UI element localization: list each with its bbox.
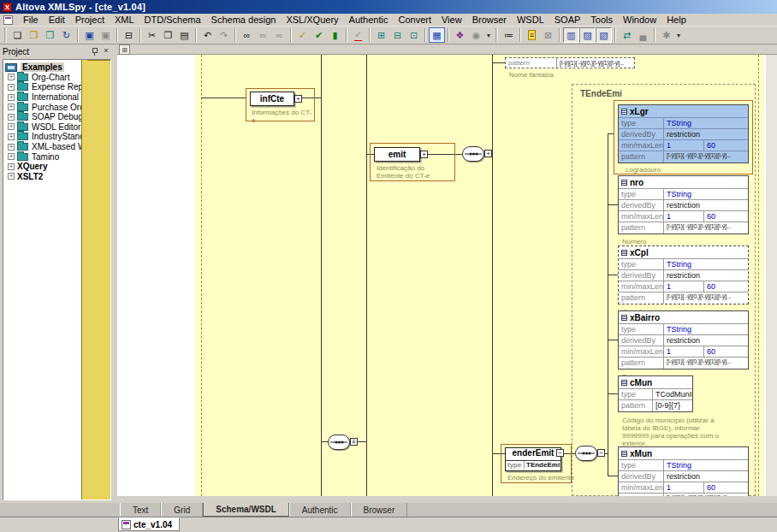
open-url-icon[interactable]: ❒ <box>42 27 58 43</box>
save-all-icon[interactable]: ▣ <box>98 27 114 43</box>
tab-browser[interactable]: Browser <box>351 503 408 517</box>
expand-icon[interactable]: + <box>8 133 15 140</box>
tree-item-xslt2[interactable]: +XSLT2 <box>5 172 110 182</box>
detail-box-header[interactable]: xBairro <box>619 311 748 324</box>
toolbar-overflow-chevron-2[interactable]: ▾ <box>674 32 683 39</box>
cut-icon[interactable]: ✂ <box>144 27 160 43</box>
element-infcte[interactable]: infCte <box>250 92 294 106</box>
type-row[interactable]: typeTString <box>619 259 748 270</box>
batch-validate-icon[interactable]: ▮ <box>327 27 343 43</box>
detail-box-header[interactable]: xLgr <box>619 105 748 118</box>
expand-icon[interactable]: + <box>8 94 15 101</box>
tab-text[interactable]: Text <box>120 503 161 517</box>
type-row[interactable]: typeTCodMunIBGE <box>619 389 692 400</box>
document-system-icon[interactable] <box>3 15 13 25</box>
menu-authentic[interactable]: Authentic <box>344 14 394 26</box>
sync-icon[interactable]: ⇄ <box>619 27 635 43</box>
expand-handle-icon[interactable]: + <box>484 150 492 157</box>
detail-box-header[interactable]: cMun <box>619 376 692 389</box>
type-row[interactable]: typeTString <box>619 460 748 471</box>
expand-icon[interactable]: + <box>8 74 15 80</box>
browser-sync-icon[interactable]: ◉ <box>468 27 484 43</box>
minmaxlen-row[interactable]: min/maxLen160 <box>619 346 748 358</box>
derivedby-row[interactable]: derivedByrestriction <box>619 335 748 346</box>
undo-icon[interactable]: ↶ <box>199 27 216 43</box>
expand-handle-icon[interactable]: + <box>420 151 428 158</box>
menu-schema-design[interactable]: Schema design <box>206 14 282 26</box>
pattern-row-value[interactable]: [!-ÿ]{1}[ -ÿ]{0,}[!-ÿ]{1}|[!-ÿ]... <box>557 58 634 68</box>
database-lock-icon[interactable]: ⊠ <box>540 27 556 43</box>
close-icon[interactable]: × <box>101 46 111 56</box>
menu-help[interactable]: Help <box>661 14 691 26</box>
element-detail-box-xmun[interactable]: xMun typeTString derivedByrestriction mi… <box>618 446 749 496</box>
expand-handle-icon[interactable]: ≡ <box>350 438 358 446</box>
sequence-compositor[interactable] <box>462 146 484 162</box>
pattern-row[interactable]: pattern[!-ÿ]{1}[ -ÿ]{0,}[!-ÿ]{1}|[!-ÿ]..… <box>619 358 748 369</box>
expand-icon[interactable]: + <box>8 123 15 130</box>
detail-box-header[interactable]: nro <box>619 176 748 189</box>
database-icon[interactable]: ▄ <box>635 27 651 43</box>
database-import-icon[interactable]: ≡ <box>524 27 540 43</box>
element-detail-box-cmun[interactable]: cMun typeTCodMunIBGE pattern[0-9]{7} <box>618 375 693 412</box>
show-globals-button[interactable]: ⊞ <box>119 44 130 55</box>
type-row[interactable]: typeTString <box>619 324 748 335</box>
copy-icon[interactable]: ❐ <box>160 27 176 43</box>
redo-icon[interactable]: ↷ <box>216 27 232 43</box>
reload-icon[interactable]: ↻ <box>58 27 74 43</box>
minmaxlen-row[interactable]: min/maxLen160 <box>619 140 748 151</box>
menu-xsl-xquery[interactable]: XSL/XQuery <box>281 14 343 26</box>
detail-box-header[interactable]: xMun <box>619 447 748 460</box>
element-detail-box-xbairro[interactable]: xBairro typeTString derivedByrestriction… <box>618 310 749 369</box>
xfant-pattern-box[interactable]: pattern [!-ÿ]{1}[ -ÿ]{0,}[!-ÿ]{1}|[!-ÿ].… <box>505 57 635 68</box>
menu-file[interactable]: File <box>18 14 44 26</box>
toolbar-overflow-chevron[interactable]: ▾ <box>484 32 493 39</box>
sequence-compositor[interactable] <box>575 446 597 461</box>
toolbar-gripper[interactable] <box>4 28 7 42</box>
pattern-row[interactable]: pattern[!-ÿ]{1}[ -ÿ]{0,}[!-ÿ]{1}|[!-ÿ]..… <box>619 293 748 304</box>
assign-dtd-icon[interactable]: ≔ <box>501 27 517 43</box>
element-enderemit[interactable]: enderEmit type TEndeEmi <box>505 447 561 471</box>
authentic-icon[interactable]: ❖ <box>452 27 468 43</box>
pin-icon[interactable] <box>89 46 99 56</box>
expand-icon[interactable]: + <box>8 84 15 91</box>
sequence-compositor[interactable] <box>328 434 350 450</box>
schema-display-config-icon[interactable]: ▥ <box>563 27 579 43</box>
tab-grid[interactable]: Grid <box>161 503 203 517</box>
element-detail-box-nro[interactable]: nro typeTString derivedByrestriction min… <box>618 175 749 234</box>
insert-element-icon[interactable]: ⊞ <box>373 27 389 43</box>
type-row[interactable]: typeTString <box>619 189 748 200</box>
menu-tools[interactable]: Tools <box>585 14 618 26</box>
derivedby-row[interactable]: derivedByrestriction <box>619 129 748 140</box>
menu-convert[interactable]: Convert <box>393 14 436 26</box>
tab-schema-wsdl[interactable]: Schema/WSDL <box>203 503 289 517</box>
menu-xml[interactable]: XML <box>110 14 139 26</box>
expand-icon[interactable]: + <box>8 163 15 170</box>
collapse-handle-icon[interactable]: − <box>556 449 564 457</box>
minmaxlen-row[interactable]: min/maxLen160 <box>619 482 748 494</box>
element-emit[interactable]: emit <box>374 147 420 162</box>
add-child-element-icon[interactable]: ⊡ <box>406 27 422 43</box>
derivedby-row[interactable]: derivedByrestriction <box>619 471 748 482</box>
pattern-row[interactable]: pattern[0-9]{7} <box>619 400 692 411</box>
expand-icon[interactable]: + <box>8 173 15 180</box>
minmaxlen-row[interactable]: min/maxLen160 <box>619 211 748 222</box>
expand-handle-icon[interactable]: + <box>294 95 302 103</box>
append-element-icon[interactable]: ⊟ <box>389 27 406 43</box>
detail-box-header[interactable]: xCpl <box>619 246 748 259</box>
schema-display-doc-icon[interactable]: ▧ <box>596 27 612 43</box>
find-icon[interactable]: ∞ <box>239 27 255 43</box>
table-view-icon[interactable]: ▦ <box>429 27 445 43</box>
menu-wsdl[interactable]: WSDL <box>512 14 549 26</box>
schema-display-diagram-icon[interactable]: ▨ <box>579 27 596 43</box>
derivedby-row[interactable]: derivedByrestriction <box>619 270 748 281</box>
element-detail-box-xlgr[interactable]: xLgr typeTString derivedByrestriction mi… <box>618 104 749 163</box>
spelling-icon[interactable]: ✓ <box>350 27 366 43</box>
menu-view[interactable]: View <box>436 14 467 26</box>
find-next-icon[interactable]: ∞ <box>255 27 271 43</box>
menu-edit[interactable]: Edit <box>44 14 70 26</box>
collapse-handle-icon[interactable]: − <box>597 449 605 457</box>
minmaxlen-row[interactable]: min/maxLen160 <box>619 281 748 293</box>
tab-authentic[interactable]: Authentic <box>289 503 351 517</box>
element-detail-box-xcpl[interactable]: xCpl typeTString derivedByrestriction mi… <box>618 245 749 304</box>
expand-icon[interactable]: + <box>8 114 15 121</box>
